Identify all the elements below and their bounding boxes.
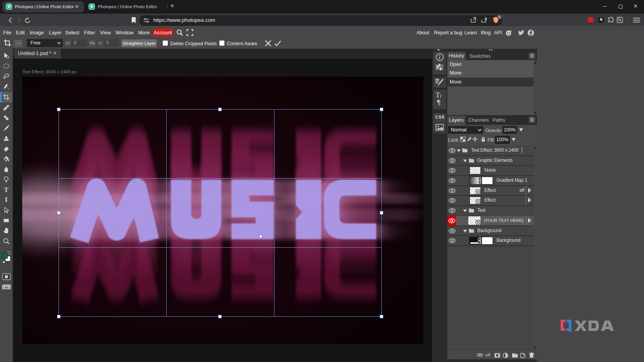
svg-text:eff: eff — [486, 353, 491, 357]
svg-text:T: T — [4, 186, 9, 193]
